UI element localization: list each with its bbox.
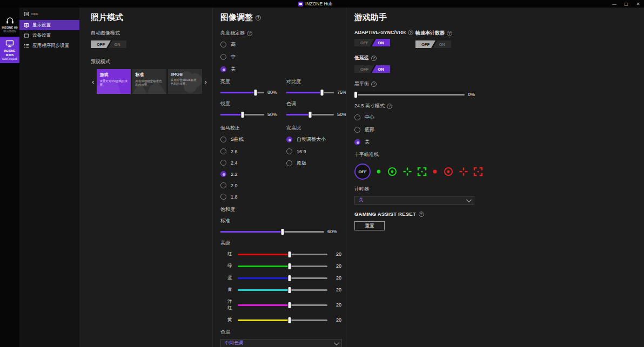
contrast-slider[interactable]: [286, 92, 334, 93]
stabilizer-option-high[interactable]: 高: [220, 41, 341, 48]
crosshair-red-cross[interactable]: [459, 167, 468, 176]
toggle-off-segment[interactable]: OFF: [91, 40, 111, 48]
help-icon[interactable]: ?: [371, 81, 377, 87]
aspect-option-original[interactable]: 原版: [286, 160, 346, 167]
slider-thumb[interactable]: [354, 92, 357, 98]
slider-thumb[interactable]: [289, 263, 291, 269]
preset-card-game[interactable]: 游戏 设置针对PC游戏的设置。: [97, 69, 131, 94]
help-icon[interactable]: ?: [387, 104, 392, 109]
help-icon[interactable]: ?: [408, 30, 413, 35]
toggle-on-segment[interactable]: ON: [372, 65, 390, 73]
menu-item-app-sync-settings[interactable]: 应用程序同步设置: [19, 40, 79, 51]
radio-icon: [220, 160, 226, 166]
menu-item-label: 显示设置: [32, 22, 51, 29]
help-icon[interactable]: ?: [419, 212, 424, 217]
preset-card-srgb[interactable]: sRGB 采用符合sRGB标准色彩的设置。: [168, 69, 202, 94]
help-icon[interactable]: ?: [247, 31, 252, 36]
mode245-option-bottom[interactable]: 底部: [354, 126, 644, 133]
brightness-slider[interactable]: [220, 92, 264, 93]
auto-picture-mode-toggle[interactable]: OFF ON: [91, 40, 126, 48]
gamma-option-20[interactable]: 2.0: [220, 182, 281, 188]
mode245-option-center[interactable]: 中心: [354, 114, 644, 121]
help-icon[interactable]: ?: [447, 31, 452, 36]
saturation-standard-value: 60%: [327, 229, 341, 234]
gamma-option-18[interactable]: 1.8: [220, 194, 281, 200]
menu-item-display-settings[interactable]: 显示设置: [19, 20, 79, 30]
toggle-off-segment[interactable]: OFF: [354, 39, 374, 46]
slider-thumb[interactable]: [281, 229, 284, 235]
carousel-next-icon[interactable]: ›: [204, 78, 208, 86]
radio-icon: [220, 54, 226, 60]
crosshair-red-dot[interactable]: [432, 168, 438, 175]
framerate-counter-toggle[interactable]: OFF ON: [415, 40, 451, 48]
radio-icon: [286, 148, 292, 154]
adaptive-sync-label: ADAPTIVE-SYNC/VRR ?: [354, 30, 415, 35]
toggle-off-segment[interactable]: OFF: [415, 40, 435, 48]
stabilizer-option-mid[interactable]: 中: [220, 53, 341, 60]
slider-thumb[interactable]: [289, 251, 291, 257]
gaming-assist-reset-button[interactable]: 重置: [354, 221, 385, 230]
sharpness-slider[interactable]: [220, 114, 264, 115]
toggle-off-segment[interactable]: OFF: [354, 65, 374, 73]
help-icon[interactable]: ?: [371, 56, 377, 61]
adaptive-sync-toggle[interactable]: OFF ON: [354, 39, 390, 46]
toggle-on-segment[interactable]: ON: [372, 39, 390, 46]
blue-saturation-slider[interactable]: [238, 277, 327, 279]
crosshair-green-frame-dot[interactable]: [417, 167, 427, 176]
stabilizer-option-off[interactable]: 关: [220, 66, 341, 73]
timer-label: 计时器: [354, 186, 644, 193]
crosshair-green-circle-dot[interactable]: [387, 166, 398, 177]
gamma-option-22[interactable]: 2.2: [220, 171, 281, 177]
carousel-prev-icon[interactable]: ‹: [91, 78, 95, 86]
device-tile-inzone-m10s[interactable]: INZONE M10S SDM-27Q10S: [0, 37, 19, 63]
device-rail: INZONE H9 WH-G900N INZONE M10S SDM-27Q10…: [0, 8, 19, 347]
yellow-saturation-slider[interactable]: [238, 319, 327, 321]
toggle-on-segment[interactable]: ON: [433, 40, 451, 48]
timer-dropdown[interactable]: 关: [354, 196, 474, 205]
gamma-option-26[interactable]: 2.6: [220, 148, 281, 154]
low-latency-toggle[interactable]: OFF ON: [354, 65, 390, 73]
crosshair-red-circle-dot[interactable]: [443, 166, 454, 177]
color-temp-dropdown[interactable]: 中间色调: [220, 339, 342, 347]
crosshair-green-cross[interactable]: [403, 167, 412, 176]
black-equalizer-slider[interactable]: [354, 94, 465, 96]
power-status-row[interactable]: OFF: [19, 10, 79, 20]
cyan-saturation-slider[interactable]: [238, 289, 327, 291]
slider-thumb[interactable]: [289, 317, 291, 323]
saturation-standard-slider[interactable]: [220, 231, 324, 233]
aspect-option-auto[interactable]: 自动调整大小: [286, 136, 346, 143]
gamma-option-24[interactable]: 2.4: [220, 160, 281, 166]
slider-thumb[interactable]: [289, 287, 291, 293]
green-saturation-slider[interactable]: [238, 266, 327, 267]
hue-slider[interactable]: [286, 114, 334, 115]
mode245-option-off[interactable]: 关: [354, 139, 644, 146]
crosshair-red-frame-dot[interactable]: [473, 167, 483, 176]
red-saturation-slider[interactable]: [238, 254, 327, 255]
slider-thumb[interactable]: [289, 302, 291, 308]
device-tile-inzone-h9[interactable]: INZONE H9 WH-G900N: [0, 13, 19, 36]
chevron-down-icon: [334, 340, 339, 345]
slider-thumb[interactable]: [309, 112, 312, 118]
brightness-label: 亮度: [220, 78, 281, 85]
window-controls: — ▢ ✕: [608, 0, 644, 8]
magenta-saturation-slider[interactable]: [238, 304, 327, 306]
radio-icon: [220, 137, 226, 142]
gamma-option-scurve[interactable]: S曲线: [220, 136, 281, 143]
preset-carousel: ‹ 游戏 设置针对PC游戏的设置。 标准 具有体现稳定标准色彩的设置。 sRGB…: [91, 69, 208, 94]
aspect-option-169[interactable]: 16:9: [286, 148, 346, 154]
slider-thumb[interactable]: [254, 90, 257, 96]
radio-icon: [220, 171, 226, 177]
crosshair-off-button[interactable]: OFF: [354, 164, 371, 180]
minimize-button[interactable]: —: [608, 0, 620, 8]
toggle-on-segment[interactable]: ON: [108, 40, 126, 48]
menu-item-device-settings[interactable]: 设备设置: [19, 30, 79, 40]
maximize-button[interactable]: ▢: [620, 0, 632, 8]
slider-thumb[interactable]: [321, 90, 324, 96]
crosshair-green-dot[interactable]: [375, 168, 382, 175]
preset-card-standard[interactable]: 标准 具有体现稳定标准色彩的设置。: [132, 69, 166, 94]
close-button[interactable]: ✕: [632, 0, 644, 8]
slider-thumb[interactable]: [289, 275, 291, 281]
help-icon[interactable]: ?: [256, 15, 261, 21]
channel-row-cyan: 青 20: [220, 287, 341, 293]
slider-thumb[interactable]: [241, 112, 244, 118]
